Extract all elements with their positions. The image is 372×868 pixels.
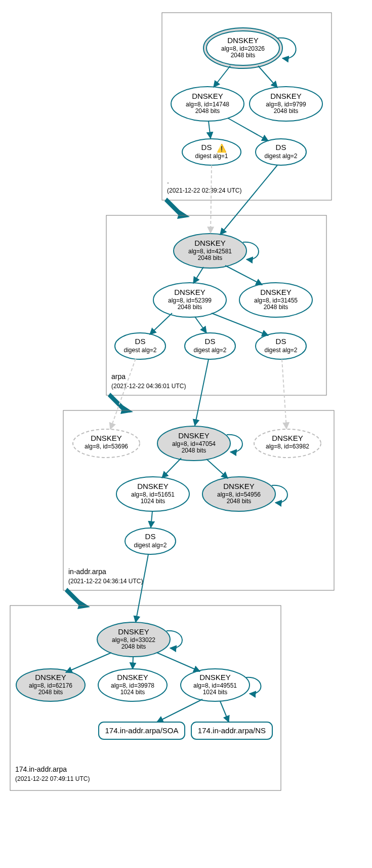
svg-text:DS: DS [145, 532, 156, 541]
zone-arpa-ts: (2021-12-22 04:36:01 UTC) [111, 383, 186, 390]
zone-delegation-arrow [65, 588, 90, 609]
node-174-soa: 174.in-addr.arpa/SOA [99, 722, 185, 739]
svg-text:2048 bits: 2048 bits [178, 304, 202, 311]
dnssec-chain-diagram: . (2021-12-22 02:39:24 UTC) DNSKEY alg=8… [0, 0, 372, 868]
svg-text:DNSKEY: DNSKEY [117, 673, 148, 682]
svg-text:174.in-addr.arpa/NS: 174.in-addr.arpa/NS [198, 726, 266, 735]
svg-text:alg=8, id=33022: alg=8, id=33022 [112, 636, 155, 644]
edge [162, 458, 181, 478]
edge [212, 313, 268, 335]
svg-text:alg=8, id=54956: alg=8, id=54956 [217, 491, 261, 498]
node-arpa-ksk: DNSKEY alg=8, id=42581 2048 bits [174, 234, 259, 268]
node-ina-zsk1: DNSKEY alg=8, id=51651 1024 bits [116, 477, 189, 511]
svg-text:DNSKEY: DNSKEY [223, 482, 255, 490]
svg-text:DS: DS [201, 143, 212, 152]
svg-text:2048 bits: 2048 bits [38, 689, 63, 696]
svg-text:alg=8, id=53696: alg=8, id=53696 [85, 443, 128, 450]
node-ina-dk1: DNSKEY alg=8, id=53696 [73, 429, 140, 458]
zone-arpa-name: arpa [111, 372, 126, 381]
edge [195, 359, 209, 426]
svg-text:alg=8, id=62176: alg=8, id=62176 [29, 682, 72, 689]
node-arpa-ds3: DS digest alg=2 [256, 333, 306, 359]
svg-text:DNSKEY: DNSKEY [35, 673, 66, 682]
svg-text:digest alg=2: digest alg=2 [264, 347, 297, 354]
node-ina-ds1: DS digest alg=2 [125, 528, 176, 554]
zone-delegation-arrow [164, 198, 190, 219]
zone-inaddr-ts: (2021-12-22 04:36:14 UTC) [68, 578, 143, 585]
edge [193, 267, 203, 283]
svg-text:DS: DS [135, 337, 146, 346]
svg-text:174.in-addr.arpa/SOA: 174.in-addr.arpa/SOA [105, 726, 178, 735]
svg-text:2048 bits: 2048 bits [121, 643, 146, 650]
edge [228, 118, 268, 141]
edge [66, 653, 111, 672]
svg-text:DNSKEY: DNSKEY [260, 288, 292, 296]
edge [136, 554, 148, 622]
node-ina-dk2: DNSKEY alg=8, id=63982 [254, 429, 321, 458]
edge [211, 165, 212, 233]
svg-text:alg=8, id=63982: alg=8, id=63982 [266, 443, 309, 450]
edge [150, 313, 172, 334]
svg-text:DNSKEY: DNSKEY [272, 434, 303, 442]
svg-text:2048 bits: 2048 bits [198, 254, 223, 261]
zone-174-name: 174.in-addr.arpa [15, 765, 67, 773]
svg-text:DNSKEY: DNSKEY [227, 36, 259, 45]
svg-text:digest alg=2: digest alg=2 [264, 153, 297, 160]
svg-text:alg=8, id=52399: alg=8, id=52399 [168, 297, 212, 304]
svg-text:2048 bits: 2048 bits [264, 304, 288, 311]
svg-text:DNSKEY: DNSKEY [270, 92, 302, 100]
svg-text:alg=8, id=14748: alg=8, id=14748 [186, 101, 229, 108]
edge [225, 266, 262, 285]
svg-text:alg=8, id=47054: alg=8, id=47054 [172, 440, 216, 447]
node-174-dk1: DNSKEY alg=8, id=62176 2048 bits [16, 669, 85, 701]
svg-text:1024 bits: 1024 bits [203, 689, 228, 696]
svg-text:alg=8, id=39978: alg=8, id=39978 [111, 682, 154, 689]
node-174-zsk2: DNSKEY alg=8, id=49551 1024 bits [181, 669, 261, 701]
edge [133, 657, 133, 669]
node-174-ns: 174.in-addr.arpa/NS [191, 722, 272, 739]
edge [195, 317, 206, 333]
svg-text:2048 bits: 2048 bits [227, 498, 252, 505]
svg-text:DNSKEY: DNSKEY [194, 239, 226, 247]
svg-text:2048 bits: 2048 bits [195, 107, 220, 115]
warning-icon: ⚠️ [217, 143, 227, 153]
node-arpa-zsk1: DNSKEY alg=8, id=52399 2048 bits [153, 283, 226, 317]
node-ina-zsk2: DNSKEY alg=8, id=54956 2048 bits [202, 477, 287, 511]
svg-text:1024 bits: 1024 bits [120, 689, 145, 696]
edge [258, 66, 277, 88]
node-arpa-ds2: DS digest alg=2 [185, 333, 235, 359]
zone-174-ts: (2021-12-22 07:49:11 UTC) [15, 775, 90, 782]
svg-text:DNSKEY: DNSKEY [199, 673, 231, 682]
svg-text:1024 bits: 1024 bits [141, 498, 166, 505]
svg-text:2048 bits: 2048 bits [182, 447, 206, 454]
node-174-ksk: DNSKEY alg=8, id=33022 2048 bits [97, 622, 182, 657]
svg-text:alg=8, id=20326: alg=8, id=20326 [221, 45, 265, 52]
node-root-ds1: DS ⚠️ digest alg=1 [182, 139, 241, 165]
edge [214, 66, 230, 87]
node-root-zsk1: DNSKEY alg=8, id=14748 2048 bits [171, 87, 244, 121]
svg-text:DNSKEY: DNSKEY [137, 482, 169, 490]
svg-text:DNSKEY: DNSKEY [178, 431, 210, 440]
zone-delegation-arrow [108, 393, 133, 414]
svg-text:2048 bits: 2048 bits [231, 52, 256, 59]
svg-text:digest alg=2: digest alg=2 [123, 347, 156, 354]
svg-text:DNSKEY: DNSKEY [192, 92, 223, 100]
edge [209, 121, 211, 138]
node-root-ds2: DS digest alg=2 [256, 139, 306, 165]
svg-text:2048 bits: 2048 bits [274, 107, 299, 115]
node-root-ksk: DNSKEY alg=8, id=20326 2048 bits [203, 28, 296, 68]
svg-text:DS: DS [276, 143, 286, 152]
svg-text:alg=8, id=31455: alg=8, id=31455 [254, 297, 298, 304]
svg-text:alg=8, id=42581: alg=8, id=42581 [188, 248, 232, 255]
svg-text:digest alg=1: digest alg=1 [195, 153, 228, 160]
svg-text:alg=8, id=51651: alg=8, id=51651 [131, 491, 175, 498]
zone-root-name: . [167, 177, 169, 185]
node-174-zsk1: DNSKEY alg=8, id=39978 1024 bits [98, 669, 167, 701]
edge [110, 359, 136, 429]
edge [157, 653, 200, 671]
edge [206, 459, 228, 478]
svg-text:DNSKEY: DNSKEY [118, 627, 149, 636]
svg-text:digest alg=2: digest alg=2 [193, 347, 226, 354]
node-arpa-ds1: DS digest alg=2 [115, 333, 166, 359]
svg-text:digest alg=2: digest alg=2 [134, 542, 167, 549]
